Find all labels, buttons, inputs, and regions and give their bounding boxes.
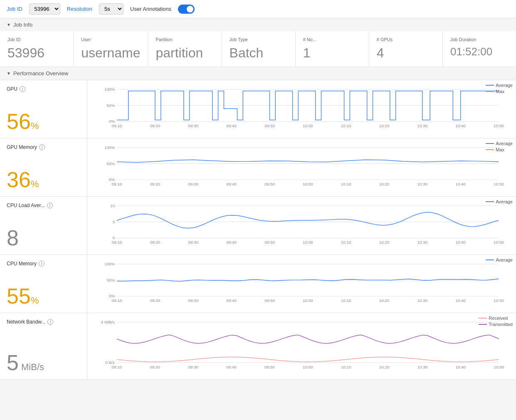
job-id-label: Job ID xyxy=(7,6,22,12)
svg-text:10:30: 10:30 xyxy=(417,240,427,245)
svg-text:10:40: 10:40 xyxy=(455,182,466,186)
svg-text:10:00: 10:00 xyxy=(303,365,313,369)
svg-text:09:10: 09:10 xyxy=(111,365,122,369)
metric-left-network: Network Bandw...i5 MiB/s xyxy=(0,313,87,379)
legend-item: Max xyxy=(486,147,513,152)
info-icon[interactable]: i xyxy=(47,319,53,325)
metric-value: 55% xyxy=(7,285,80,307)
metric-value: 5 MiB/s xyxy=(7,352,80,373)
svg-text:10:00: 10:00 xyxy=(303,182,313,186)
info-value-partition: partition xyxy=(156,45,214,61)
svg-text:10:50: 10:50 xyxy=(494,240,504,245)
metric-title: CPU Memoryi xyxy=(7,261,80,267)
legend-item: Received xyxy=(479,316,513,321)
metric-title-text: GPU xyxy=(7,86,17,92)
topbar: Job ID 53996 Resolution 5s 10s 30s User … xyxy=(0,0,516,18)
metrics-container: GPUi56%100%50%0%09:1009:2009:3009:4009:5… xyxy=(0,80,516,380)
svg-text:09:40: 09:40 xyxy=(226,298,237,303)
metric-left-gpu: GPUi56% xyxy=(0,80,87,138)
chart-legend: AverageMax xyxy=(486,83,513,94)
metric-row-gpu_memory: GPU Memoryi36%100%50%0%09:1009:2009:3009… xyxy=(0,138,516,197)
metric-chart-gpu: 100%50%0%09:1009:2009:3009:4009:5010:001… xyxy=(87,80,516,138)
svg-text:09:30: 09:30 xyxy=(188,182,198,186)
metric-chart-cpu_memory: 100%50%0%09:1009:2009:3009:4009:5010:001… xyxy=(87,255,516,313)
svg-text:10:10: 10:10 xyxy=(341,124,351,128)
info-icon[interactable]: i xyxy=(20,86,25,92)
svg-text:09:10: 09:10 xyxy=(112,298,122,303)
svg-text:10:00: 10:00 xyxy=(303,298,313,303)
info-icon[interactable]: i xyxy=(39,261,44,267)
svg-text:09:50: 09:50 xyxy=(264,298,275,303)
svg-text:10:30: 10:30 xyxy=(417,298,427,303)
metric-row-cpu_memory: CPU Memoryi55%100%50%0%09:1009:2009:3009… xyxy=(0,255,516,313)
svg-text:10: 10 xyxy=(110,203,115,208)
annotations-toggle[interactable] xyxy=(178,5,195,14)
svg-text:09:40: 09:40 xyxy=(226,182,237,186)
info-value-gpus: 4 xyxy=(377,45,435,61)
info-label-nodes: # No... xyxy=(303,37,361,42)
chart-legend: AverageMax xyxy=(486,141,513,152)
svg-text:10:40: 10:40 xyxy=(455,124,466,128)
info-icon[interactable]: i xyxy=(39,144,45,150)
svg-text:09:40: 09:40 xyxy=(226,240,237,245)
info-card-partition: Partition partition xyxy=(148,31,222,67)
metric-value: 56% xyxy=(7,111,80,132)
svg-text:10:20: 10:20 xyxy=(379,182,390,186)
perf-section-header[interactable]: ▼ Performance Overview xyxy=(0,67,516,80)
perf-chevron-icon: ▼ xyxy=(7,71,11,76)
metric-title: GPUi xyxy=(7,86,80,92)
svg-text:5: 5 xyxy=(113,220,115,224)
metric-left-cpu_memory: CPU Memoryi55% xyxy=(0,255,87,313)
resolution-label: Resolution xyxy=(67,6,92,12)
svg-text:09:50: 09:50 xyxy=(264,240,275,245)
svg-text:0%: 0% xyxy=(109,119,115,124)
metric-left-cpu_load: CPU Load Aver...i8 xyxy=(0,197,87,254)
svg-text:09:10: 09:10 xyxy=(112,240,122,245)
svg-text:09:30: 09:30 xyxy=(188,365,198,369)
metric-chart-cpu_load: 105009:1009:2009:3009:4009:5010:0010:101… xyxy=(87,197,516,254)
svg-text:50%: 50% xyxy=(106,278,115,282)
resolution-select[interactable]: 5s 10s 30s xyxy=(99,3,123,15)
svg-text:10:40: 10:40 xyxy=(455,298,466,303)
svg-text:10:50: 10:50 xyxy=(494,365,504,369)
svg-text:09:30: 09:30 xyxy=(188,240,198,245)
svg-text:09:30: 09:30 xyxy=(188,124,198,128)
job-info-section-header[interactable]: ▼ Job Info xyxy=(0,18,516,31)
svg-text:0: 0 xyxy=(113,235,115,240)
svg-text:09:10: 09:10 xyxy=(112,124,122,128)
svg-text:50%: 50% xyxy=(106,161,115,166)
metric-title-text: CPU Memory xyxy=(7,261,37,267)
chart-legend: Average xyxy=(486,257,513,262)
legend-item: Transmitted xyxy=(479,322,513,327)
svg-text:100%: 100% xyxy=(104,262,115,266)
svg-text:09:20: 09:20 xyxy=(150,298,160,303)
info-card-job-id: Job ID 53996 xyxy=(0,31,74,67)
metric-value: 36% xyxy=(7,169,80,190)
annotations-label: User Annotations xyxy=(130,6,171,12)
svg-text:09:20: 09:20 xyxy=(150,365,160,369)
svg-text:10:00: 10:00 xyxy=(303,124,313,128)
info-value-job-id: 53996 xyxy=(7,45,66,61)
chevron-icon: ▼ xyxy=(7,22,11,27)
info-value-user: username xyxy=(81,45,140,61)
info-icon[interactable]: i xyxy=(47,203,53,208)
svg-text:50%: 50% xyxy=(106,103,115,108)
metric-title: GPU Memoryi xyxy=(7,144,80,150)
metric-title-text: GPU Memory xyxy=(7,144,37,150)
info-label-partition: Partition xyxy=(156,37,214,42)
chart-legend: Average xyxy=(486,199,513,204)
svg-text:10:30: 10:30 xyxy=(417,182,427,186)
info-card-user: User username xyxy=(74,31,148,67)
job-id-select[interactable]: 53996 xyxy=(29,3,60,15)
job-info-title: Job Info xyxy=(13,22,32,28)
svg-text:09:20: 09:20 xyxy=(150,124,160,128)
chart-legend: ReceivedTransmitted xyxy=(479,316,513,327)
svg-text:0%: 0% xyxy=(109,294,115,298)
svg-text:10:50: 10:50 xyxy=(494,298,504,303)
legend-item: Max xyxy=(486,89,513,94)
svg-text:09:40: 09:40 xyxy=(226,124,237,128)
svg-text:09:30: 09:30 xyxy=(188,298,198,303)
svg-text:10:10: 10:10 xyxy=(341,365,351,369)
svg-text:10:20: 10:20 xyxy=(379,298,390,303)
svg-text:10:10: 10:10 xyxy=(341,240,351,245)
